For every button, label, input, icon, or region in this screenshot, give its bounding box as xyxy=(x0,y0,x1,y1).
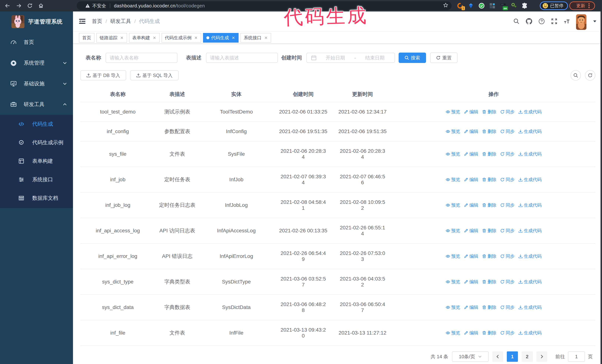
delete-link[interactable]: 删除 xyxy=(482,253,496,259)
generate-link[interactable]: 生成代码 xyxy=(518,279,542,285)
sidebar-item-2[interactable]: 基础设施 xyxy=(0,73,73,94)
fullscreen-icon-button[interactable] xyxy=(548,16,560,27)
sync-link[interactable]: 同步 xyxy=(500,279,515,285)
table-desc-input[interactable]: 请输入表描述 xyxy=(206,53,278,63)
generate-link[interactable]: 生成代码 xyxy=(518,253,542,259)
import-db-button[interactable]: 基于 DB 导入 xyxy=(80,70,126,80)
github-icon-button[interactable] xyxy=(523,16,535,27)
puzzle-extension-icon[interactable] xyxy=(521,2,528,9)
edit-link[interactable]: 编辑 xyxy=(464,109,478,115)
breadcrumb-item[interactable]: 研发工具 xyxy=(110,18,131,25)
generate-link[interactable]: 生成代码 xyxy=(518,128,542,135)
page-button-2[interactable]: 2 xyxy=(522,351,533,362)
tab-3[interactable]: 代码生成示例 xyxy=(161,33,201,42)
edit-link[interactable]: 编辑 xyxy=(464,128,478,135)
reset-button[interactable]: 重置 xyxy=(430,52,458,63)
delete-link[interactable]: 删除 xyxy=(482,330,496,336)
eye-link[interactable]: 预览 xyxy=(446,330,460,336)
sidebar-subitem-3-2[interactable]: 表单构建 xyxy=(0,152,73,170)
page-button-1[interactable]: 1 xyxy=(507,351,518,362)
sidebar-subitem-3-4[interactable]: 数据库文档 xyxy=(0,189,73,207)
tab-0[interactable]: 首页 xyxy=(79,33,95,42)
tab-2[interactable]: 表单构建 xyxy=(129,33,160,42)
tab-close-icon[interactable] xyxy=(232,36,235,40)
sync-link[interactable]: 同步 xyxy=(500,177,515,183)
table-name-input[interactable]: 请输入表名称 xyxy=(106,53,177,63)
date-start-input[interactable]: 开始日期 xyxy=(319,55,352,61)
blue-gem-extension-icon[interactable] xyxy=(468,2,474,9)
generate-link[interactable]: 生成代码 xyxy=(518,109,542,115)
tab-5[interactable]: 系统接口 xyxy=(240,33,271,42)
fontsize-icon-button[interactable] xyxy=(560,16,573,27)
dark-switch-extension-icon[interactable]: on xyxy=(500,2,506,9)
tab-close-icon[interactable] xyxy=(194,36,198,40)
date-range-picker[interactable]: 开始日期 - 结束日期 xyxy=(306,53,395,63)
breadcrumb-item[interactable]: 首页 xyxy=(92,18,102,25)
generate-link[interactable]: 生成代码 xyxy=(518,151,542,157)
delete-link[interactable]: 删除 xyxy=(482,279,496,285)
sync-link[interactable]: 同步 xyxy=(500,109,515,115)
delete-link[interactable]: 删除 xyxy=(482,109,496,115)
search-icon-button[interactable] xyxy=(510,16,523,27)
sidebar-item-0[interactable]: 首页 xyxy=(0,32,73,52)
edit-link[interactable]: 编辑 xyxy=(464,330,478,336)
bookmark-star-icon[interactable] xyxy=(443,2,448,9)
toggle-search-button[interactable] xyxy=(570,70,581,81)
orange-swirl-extension-icon[interactable]: 1 xyxy=(457,2,463,9)
page-scrollbar[interactable] xyxy=(601,11,602,364)
delete-link[interactable]: 删除 xyxy=(482,304,496,310)
edit-link[interactable]: 编辑 xyxy=(464,202,478,208)
sync-link[interactable]: 同步 xyxy=(500,151,515,157)
edit-link[interactable]: 编辑 xyxy=(464,177,478,183)
date-end-input[interactable]: 结束日期 xyxy=(358,55,392,61)
delete-link[interactable]: 删除 xyxy=(482,177,496,183)
forward-button[interactable] xyxy=(16,3,22,9)
edit-link[interactable]: 编辑 xyxy=(464,279,478,285)
help-icon-button[interactable] xyxy=(535,16,548,27)
jump-to-input[interactable]: 1 xyxy=(568,351,585,362)
generate-link[interactable]: 生成代码 xyxy=(518,330,542,336)
edit-link[interactable]: 编辑 xyxy=(464,304,478,310)
page-size-select[interactable]: 10条/页 xyxy=(452,351,489,362)
eye-link[interactable]: 预览 xyxy=(446,109,460,115)
eye-link[interactable]: 预览 xyxy=(446,304,460,310)
generate-link[interactable]: 生成代码 xyxy=(518,177,542,183)
security-badge[interactable]: 不安全 xyxy=(85,3,106,9)
generate-link[interactable]: 生成代码 xyxy=(518,202,542,208)
sidebar-subitem-3-0[interactable]: 代码生成 xyxy=(0,115,73,133)
tab-close-icon[interactable] xyxy=(153,36,156,40)
delete-link[interactable]: 删除 xyxy=(482,228,496,234)
delete-link[interactable]: 删除 xyxy=(482,151,496,157)
eye-link[interactable]: 预览 xyxy=(446,253,460,259)
sync-link[interactable]: 同步 xyxy=(500,128,515,135)
import-sql-button[interactable]: 基于 SQL 导入 xyxy=(130,70,179,80)
grid-squares-extension-icon[interactable] xyxy=(489,2,496,9)
user-menu[interactable] xyxy=(576,13,597,30)
sync-link[interactable]: 同步 xyxy=(500,304,515,310)
edit-link[interactable]: 编辑 xyxy=(464,253,478,259)
green-check-extension-icon[interactable] xyxy=(478,2,485,9)
sidebar-item-3[interactable]: 研发工具 xyxy=(0,94,73,115)
eye-link[interactable]: 预览 xyxy=(446,202,460,208)
reload-button[interactable] xyxy=(27,3,33,9)
hamburger-button[interactable] xyxy=(78,18,86,25)
generate-link[interactable]: 生成代码 xyxy=(518,304,542,310)
sidebar-item-1[interactable]: 系统管理 xyxy=(0,52,73,73)
sync-link[interactable]: 同步 xyxy=(500,202,515,208)
home-button[interactable] xyxy=(38,3,44,9)
back-button[interactable] xyxy=(4,3,11,9)
sidebar-subitem-3-3[interactable]: 系统接口 xyxy=(0,170,73,189)
green-key-extension-icon[interactable] xyxy=(510,2,517,9)
eye-link[interactable]: 预览 xyxy=(446,128,460,135)
update-button[interactable]: 更新 xyxy=(570,1,595,10)
refresh-table-button[interactable] xyxy=(585,70,595,81)
search-button[interactable]: 搜索 xyxy=(399,52,426,63)
delete-link[interactable]: 删除 xyxy=(482,202,496,208)
eye-link[interactable]: 预览 xyxy=(446,228,460,234)
address-bar[interactable]: 不安全 dashboard.yudao.iocoder.cn/tool/code… xyxy=(77,1,452,10)
generate-link[interactable]: 生成代码 xyxy=(518,228,542,234)
edit-link[interactable]: 编辑 xyxy=(464,151,478,157)
tab-close-icon[interactable] xyxy=(264,36,268,40)
prev-page-button[interactable] xyxy=(492,351,503,362)
tab-1[interactable]: 链路追踪 xyxy=(96,33,127,42)
